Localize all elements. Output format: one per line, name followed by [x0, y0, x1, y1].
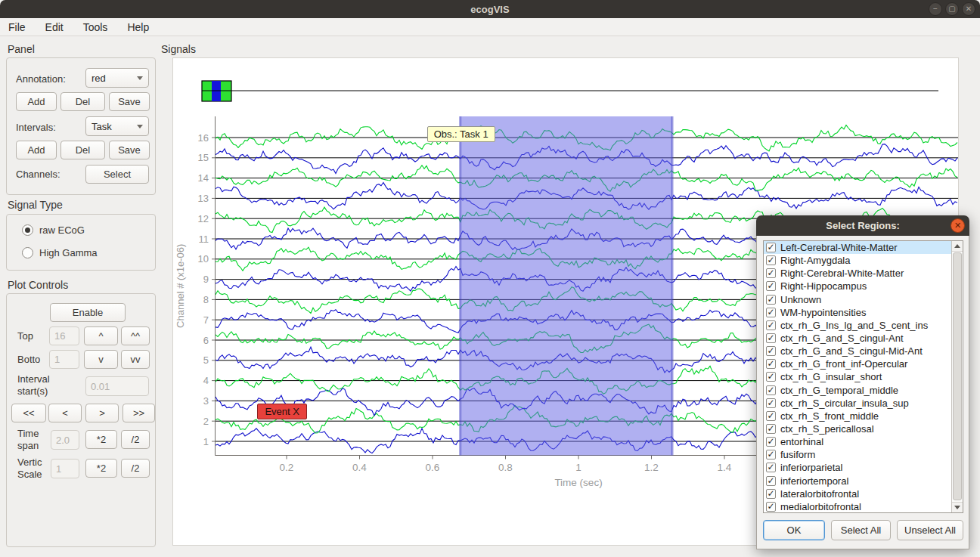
- region-list-item[interactable]: ✓inferiorparietal: [764, 461, 963, 474]
- top-page-button[interactable]: ^^: [121, 326, 150, 345]
- region-list-item[interactable]: ✓Unknown: [764, 293, 963, 306]
- region-list-item[interactable]: ✓Right-Hippocampus: [764, 280, 963, 292]
- channel-tick-label: 2: [203, 416, 209, 427]
- region-list-item[interactable]: ✓ctx_rh_G_and_S_cingul-Ant: [764, 332, 963, 345]
- menu-file[interactable]: File: [2, 20, 33, 35]
- region-list-item[interactable]: ✓lateralorbitofrontal: [764, 487, 963, 500]
- region-list-item[interactable]: ✓ctx_rh_G_and_S_cingul-Mid-Ant: [764, 345, 963, 357]
- region-list-item[interactable]: ✓ctx_rh_G_front_inf-Opercular: [764, 357, 963, 370]
- signal-type-section-label: Signal Type: [8, 199, 63, 211]
- checkbox-checked-icon[interactable]: ✓: [766, 424, 776, 434]
- checkbox-checked-icon[interactable]: ✓: [766, 398, 776, 408]
- dialog-title-bar: Select Regions: ✕: [756, 215, 969, 236]
- close-icon[interactable]: ✕: [962, 2, 975, 16]
- region-list-item[interactable]: ✓ctx_rh_G_temporal_middle: [764, 384, 963, 397]
- interval-start-input[interactable]: 0.01: [85, 376, 149, 396]
- nav-forward-button[interactable]: >: [85, 404, 119, 422]
- interval-region[interactable]: [461, 116, 672, 456]
- checkbox-checked-icon[interactable]: ✓: [766, 243, 776, 252]
- region-list-item[interactable]: ✓ctx_rh_S_circular_insula_sup: [764, 397, 963, 410]
- top-step-button[interactable]: ^: [84, 326, 118, 345]
- checkbox-checked-icon[interactable]: ✓: [766, 268, 776, 278]
- region-list-item[interactable]: ✓fusiform: [764, 448, 963, 461]
- nav-fast-back-button[interactable]: <<: [11, 404, 46, 422]
- menu-edit[interactable]: Edit: [39, 20, 70, 35]
- region-list-item[interactable]: ✓medialorbitofrontal: [764, 500, 963, 513]
- dialog-title: Select Regions:: [826, 220, 900, 231]
- unselect-all-button[interactable]: Unselect All: [897, 520, 963, 540]
- checkbox-checked-icon[interactable]: ✓: [766, 385, 776, 395]
- radio-high-gamma[interactable]: High Gamma: [22, 247, 98, 258]
- nav-fast-forward-button[interactable]: >>: [122, 404, 155, 422]
- minimize-icon[interactable]: −: [929, 2, 942, 16]
- window-controls: − ▢ ✕: [929, 2, 975, 16]
- region-list-item[interactable]: ✓ctx_rh_S_pericallosal: [764, 422, 963, 435]
- vertical-scale-div-button[interactable]: /2: [121, 459, 150, 478]
- intervals-save-button[interactable]: Save: [109, 141, 150, 159]
- scroll-up-icon[interactable]: [952, 241, 963, 252]
- x-tick-label: 1.2: [644, 462, 659, 473]
- time-span-input[interactable]: 2.0: [51, 430, 79, 450]
- annotation-del-button[interactable]: Del: [60, 92, 105, 111]
- region-list-item[interactable]: ✓ctx_rh_S_front_middle: [764, 410, 963, 422]
- maximize-icon[interactable]: ▢: [945, 2, 959, 16]
- ok-button[interactable]: OK: [763, 520, 825, 540]
- time-span-div-button[interactable]: /2: [121, 430, 150, 449]
- checkbox-checked-icon[interactable]: ✓: [766, 281, 776, 291]
- checkbox-checked-icon[interactable]: ✓: [766, 295, 776, 305]
- scroll-down-icon[interactable]: [952, 502, 963, 512]
- annotation-save-button[interactable]: Save: [109, 92, 150, 111]
- region-list-item[interactable]: ✓Right-Amygdala: [764, 254, 963, 267]
- bottom-step-button[interactable]: v: [84, 350, 118, 369]
- region-list-item[interactable]: ✓Left-Cerebral-White-Matter: [764, 241, 963, 254]
- intervals-del-button[interactable]: Del: [60, 141, 105, 159]
- region-list-item[interactable]: ✓WM-hypointensities: [764, 306, 963, 319]
- region-list-item[interactable]: ✓inferiortemporal: [764, 475, 963, 487]
- menu-tools[interactable]: Tools: [76, 20, 115, 35]
- checkbox-checked-icon[interactable]: ✓: [766, 346, 776, 356]
- checkbox-checked-icon[interactable]: ✓: [766, 476, 776, 486]
- region-list-item[interactable]: ✓Right-Cerebral-White-Matter: [764, 267, 963, 280]
- region-item-label: Right-Amygdala: [780, 255, 851, 266]
- interval-start-label: Interval start(s): [17, 373, 70, 398]
- region-list-item[interactable]: ✓entorhinal: [764, 435, 963, 448]
- region-item-label: ctx_rh_G_Ins_lg_and_S_cent_ins: [780, 320, 928, 331]
- radio-raw-ecog[interactable]: raw ECoG: [22, 224, 85, 236]
- select-all-button[interactable]: Select All: [831, 520, 891, 540]
- annotation-add-button[interactable]: Add: [16, 92, 57, 111]
- checkbox-checked-icon[interactable]: ✓: [766, 502, 776, 512]
- menu-help[interactable]: Help: [120, 20, 156, 35]
- time-span-mul-button[interactable]: *2: [85, 430, 117, 449]
- intervals-combobox[interactable]: Task: [85, 116, 149, 136]
- region-list-scrollbar[interactable]: [951, 241, 963, 512]
- bottom-page-button[interactable]: vv: [121, 350, 150, 369]
- vertical-scale-mul-button[interactable]: *2: [85, 459, 117, 478]
- checkbox-checked-icon[interactable]: ✓: [766, 359, 776, 369]
- checkbox-checked-icon[interactable]: ✓: [766, 411, 776, 421]
- intervals-add-button[interactable]: Add: [16, 141, 57, 159]
- enable-button[interactable]: Enable: [50, 303, 126, 322]
- vertical-scale-input[interactable]: 1: [51, 459, 79, 478]
- channels-select-button[interactable]: Select: [85, 165, 149, 184]
- nav-back-button[interactable]: <: [48, 404, 82, 422]
- chevron-down-icon: [137, 76, 143, 80]
- checkbox-checked-icon[interactable]: ✓: [766, 489, 776, 499]
- region-list-item[interactable]: ✓ctx_rh_G_Ins_lg_and_S_cent_ins: [764, 319, 963, 332]
- top-input[interactable]: 16: [49, 326, 79, 345]
- checkbox-checked-icon[interactable]: ✓: [766, 308, 776, 317]
- event-marker-label[interactable]: Event X: [257, 404, 307, 419]
- checkbox-checked-icon[interactable]: ✓: [766, 450, 776, 460]
- scrollbar-thumb[interactable]: [953, 252, 962, 500]
- checkbox-checked-icon[interactable]: ✓: [766, 372, 776, 382]
- checkbox-checked-icon[interactable]: ✓: [766, 255, 776, 265]
- plot-controls-groupbox: Enable Top 16 ^ ^^ Botto 1 v vv Interval…: [6, 293, 156, 547]
- checkbox-checked-icon[interactable]: ✓: [766, 333, 776, 343]
- region-list-item[interactable]: ✓ctx_rh_G_insular_short: [764, 370, 963, 383]
- annotation-combobox[interactable]: red: [85, 68, 149, 88]
- checkbox-checked-icon[interactable]: ✓: [766, 437, 776, 447]
- checkbox-checked-icon[interactable]: ✓: [766, 320, 776, 330]
- dialog-close-icon[interactable]: ✕: [951, 218, 965, 233]
- region-item-label: Right-Cerebral-White-Matter: [780, 268, 904, 279]
- bottom-input[interactable]: 1: [49, 350, 79, 369]
- checkbox-checked-icon[interactable]: ✓: [766, 463, 776, 472]
